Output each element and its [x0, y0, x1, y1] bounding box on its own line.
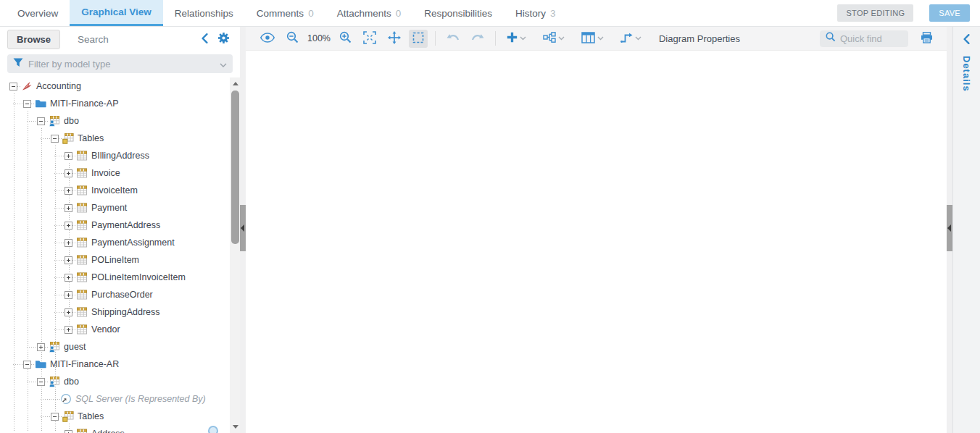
browse-tab-button[interactable]: Browse	[7, 30, 60, 49]
tree-item-label: MITI-Finance-AP	[50, 98, 118, 109]
expand-icon[interactable]	[65, 187, 72, 195]
expand-details-button[interactable]	[963, 34, 971, 47]
tree-item-tables[interactable]: Tables	[0, 130, 230, 147]
right-splitter-handle[interactable]	[947, 205, 952, 251]
table-display-button[interactable]	[578, 30, 607, 48]
left-splitter-handle[interactable]	[240, 205, 246, 251]
tree-item-payment[interactable]: Payment	[0, 199, 230, 216]
tree-item-polineiteminvoiceitem[interactable]: POLineItemInvoiceItem	[0, 269, 230, 286]
expand-icon[interactable]	[65, 291, 72, 299]
diagram-properties-link[interactable]: Diagram Properties	[659, 33, 740, 44]
tree-item-paymentaddress[interactable]: PaymentAddress	[0, 216, 230, 234]
zoom-out-button[interactable]	[283, 29, 302, 48]
tree-item-label: InvoiceItem	[91, 185, 138, 196]
expand-icon[interactable]	[65, 430, 72, 433]
stop-editing-button[interactable]: STOP EDITING	[837, 4, 913, 22]
diagram-canvas[interactable]	[246, 51, 947, 433]
tab-responsibilities[interactable]: Responsibilities	[412, 0, 504, 26]
expand-icon[interactable]	[65, 169, 72, 177]
settings-button[interactable]	[216, 30, 231, 48]
tab-relationships[interactable]: Relationships	[163, 0, 245, 26]
preview-button[interactable]	[257, 30, 278, 47]
expand-icon[interactable]	[65, 204, 72, 212]
collapse-icon[interactable]	[9, 83, 17, 91]
tree-item-label: Accounting	[36, 81, 81, 91]
tree-item-billingaddress[interactable]: BIllingAddress	[0, 147, 230, 164]
expand-icon[interactable]	[65, 274, 72, 282]
tree-item-address[interactable]: Address	[0, 425, 230, 433]
collapse-icon[interactable]	[51, 135, 59, 143]
add-icon	[507, 32, 518, 45]
search-tab-button[interactable]: Search	[78, 34, 109, 45]
tree-item-paymentassignment[interactable]: PaymentAssignment	[0, 234, 230, 251]
table-icon	[76, 289, 88, 300]
print-button[interactable]	[917, 30, 937, 48]
auto-layout-button[interactable]	[539, 30, 568, 47]
application-window: OverviewGraphical ViewRelationshipsComme…	[0, 0, 980, 433]
expand-icon[interactable]	[65, 256, 72, 264]
schema-icon	[49, 341, 60, 353]
undo-button[interactable]	[443, 30, 463, 46]
tree-item-sql-server-is-represented-by-[interactable]: SQL Server (Is Represented By)	[0, 390, 230, 408]
expand-icon[interactable]	[65, 239, 72, 247]
expand-icon[interactable]	[65, 222, 72, 230]
tree-item-guest[interactable]: guest	[0, 338, 230, 356]
connector-style-button[interactable]	[617, 30, 645, 47]
collapse-icon[interactable]	[37, 117, 45, 125]
right-panel-splitter	[947, 27, 952, 433]
redo-button[interactable]	[468, 30, 488, 46]
tree-item-accounting[interactable]: Accounting	[0, 77, 230, 95]
save-button[interactable]: SAVE	[929, 4, 970, 22]
tree-item-dbo[interactable]: dbo	[0, 112, 230, 130]
pan-button[interactable]	[384, 29, 404, 49]
tab-comments[interactable]: Comments0	[245, 0, 325, 26]
filter-by-model-type[interactable]	[7, 54, 233, 73]
collapse-icon[interactable]	[23, 361, 31, 369]
collapse-icon[interactable]	[23, 100, 31, 108]
diagram-toolbar: 100%	[246, 27, 947, 51]
zoom-in-icon	[339, 31, 352, 46]
search-icon	[826, 32, 836, 45]
expand-icon[interactable]	[65, 308, 72, 316]
scroll-up-arrow-icon[interactable]	[233, 82, 238, 85]
tab-details[interactable]: Details	[961, 56, 972, 92]
tree-item-miti-finance-ar[interactable]: MITI-Finance-AR	[0, 356, 230, 373]
tab-graphical-view[interactable]: Graphical View	[70, 0, 163, 26]
tree-item-label: PurchaseOrder	[91, 290, 153, 300]
chevron-down-icon	[635, 36, 641, 41]
expand-icon[interactable]	[37, 343, 45, 351]
tree-item-miti-finance-ap[interactable]: MITI-Finance-AP	[0, 95, 230, 112]
fit-to-screen-button[interactable]	[360, 29, 380, 49]
scrollbar-thumb[interactable]	[231, 91, 239, 244]
tab-attachments[interactable]: Attachments0	[325, 0, 413, 26]
tree-item-vendor[interactable]: Vendor	[0, 321, 230, 338]
tree-item-dbo[interactable]: dbo	[0, 373, 230, 390]
quick-find[interactable]	[820, 30, 908, 47]
auto-layout-icon	[543, 32, 556, 45]
tree-scrollbar[interactable]	[230, 77, 240, 433]
collapse-sidebar-button[interactable]	[199, 32, 210, 47]
tree-item-invoiceitem[interactable]: InvoiceItem	[0, 182, 230, 199]
chevron-left-icon	[201, 33, 209, 46]
zoom-in-button[interactable]	[336, 29, 355, 48]
tab-history[interactable]: History3	[504, 0, 568, 26]
quick-find-input[interactable]	[840, 33, 902, 44]
scroll-down-arrow-icon[interactable]	[233, 425, 238, 429]
tree-item-label: Tables	[78, 133, 104, 143]
collapse-icon[interactable]	[51, 413, 59, 421]
tree-item-polineitem[interactable]: POLineItem	[0, 251, 230, 269]
tree-item-shippingaddress[interactable]: ShippingAddress	[0, 303, 230, 321]
filter-input[interactable]	[28, 59, 220, 70]
collapse-icon[interactable]	[37, 378, 45, 386]
marquee-select-button[interactable]	[409, 30, 428, 48]
tree-item-purchaseorder[interactable]: PurchaseOrder	[0, 286, 230, 303]
tree-item-tables[interactable]: Tables	[0, 408, 230, 425]
connector-icon	[620, 32, 633, 45]
expand-icon[interactable]	[65, 326, 72, 334]
expand-icon[interactable]	[65, 152, 72, 160]
tab-overview[interactable]: Overview	[6, 0, 70, 26]
table-icon	[76, 185, 88, 196]
add-object-button[interactable]	[503, 30, 530, 47]
tree-connector-line	[13, 364, 23, 365]
tree-item-invoice[interactable]: Invoice	[0, 164, 230, 182]
